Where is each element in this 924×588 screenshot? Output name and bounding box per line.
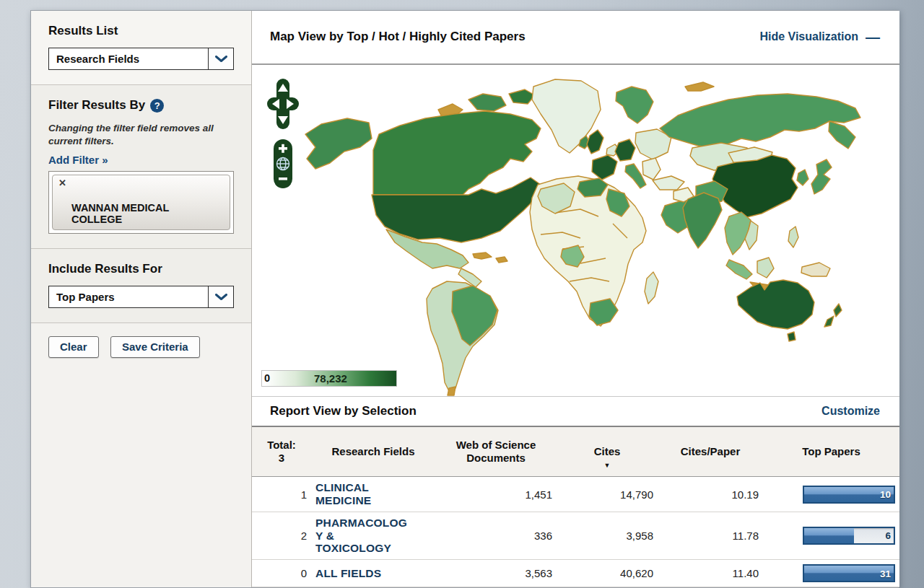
top-papers-bar: 6: [803, 527, 895, 545]
map-country[interactable]: [587, 130, 603, 154]
report-table: Total: 3 Research Fields Web of Science …: [252, 427, 899, 587]
row-cites: 40,620: [557, 560, 658, 587]
map-country[interactable]: [373, 111, 541, 195]
row-docs: 3,563: [435, 560, 557, 587]
map-country[interactable]: [592, 155, 617, 180]
row-rank: 1: [252, 477, 311, 512]
top-papers-value: 31: [880, 568, 891, 579]
map-zoom-control[interactable]: [273, 139, 293, 189]
map-country[interactable]: [824, 316, 834, 327]
filter-section: Filter Results By ? Changing the filter …: [31, 85, 251, 249]
row-cites-per-paper: 11.40: [658, 560, 763, 587]
row-cites: 3,958: [557, 512, 658, 559]
filter-title-text: Filter Results By: [48, 98, 145, 113]
row-cites-per-paper: 11.78: [658, 512, 763, 559]
help-icon[interactable]: ?: [150, 99, 164, 113]
row-rank: 0: [252, 560, 311, 587]
map-country[interactable]: [801, 263, 830, 276]
map-country[interactable]: [829, 121, 855, 149]
sidebar: Results List Research Fields Filter Resu…: [31, 11, 252, 587]
customize-link[interactable]: Customize: [821, 405, 880, 418]
row-docs: 1,451: [435, 477, 557, 512]
research-field-link[interactable]: PHARMACOLOG Y & TOXICOLOGY: [315, 517, 407, 554]
col-header-cites-sort[interactable]: Cites ▼: [557, 427, 658, 477]
results-list-dropdown[interactable]: Research Fields: [48, 48, 234, 70]
top-papers-bar: 31: [803, 564, 895, 582]
map-country[interactable]: [448, 387, 456, 395]
clear-button[interactable]: Clear: [48, 336, 99, 358]
map-country[interactable]: [797, 170, 808, 185]
row-cites: 14,790: [557, 477, 658, 512]
col-header-research-fields: Research Fields: [311, 427, 435, 477]
map-country[interactable]: [737, 280, 814, 329]
chevron-down-icon: [208, 48, 233, 69]
row-cites-per-paper: 10.19: [658, 477, 763, 512]
map-country[interactable]: [712, 155, 798, 217]
research-field-link[interactable]: ALL FIELDS: [315, 567, 381, 579]
main-panel: Map View by Top / Hot / Highly Cited Pap…: [252, 11, 899, 587]
col-header-total: Total: 3: [252, 427, 311, 477]
filter-tag-wannan-medical-college[interactable]: ✕ WANNAN MEDICAL COLLEGE: [52, 175, 230, 230]
map-country[interactable]: [683, 193, 722, 248]
map-country[interactable]: [305, 118, 372, 169]
map-country[interactable]: [788, 332, 796, 341]
filter-note: Changing the filter field removes all cu…: [48, 122, 234, 148]
map-color-legend: 0 78,232: [261, 370, 397, 387]
research-field-link[interactable]: CLINICAL MEDICINE: [315, 481, 371, 506]
results-list-section: Results List Research Fields: [31, 11, 251, 85]
map-country[interactable]: [834, 304, 842, 317]
col-header-cites-per-paper: Cites/Paper: [658, 427, 763, 477]
include-results-dropdown[interactable]: Top Papers: [48, 286, 234, 308]
map-country[interactable]: [726, 260, 752, 279]
zoom-out-icon: [279, 177, 287, 180]
map-country[interactable]: [811, 159, 832, 194]
results-list-title: Results List: [48, 24, 234, 38]
world-map[interactable]: [252, 65, 899, 396]
map-country[interactable]: [509, 89, 535, 104]
include-results-section: Include Results For Top Papers: [31, 249, 251, 323]
table-row: 1 CLINICAL MEDICINE 1,451 14,790 10.19 1…: [252, 477, 899, 512]
map-view-title: Map View by Top / Hot / Highly Cited Pap…: [270, 30, 526, 44]
add-filter-link[interactable]: Add Filter »: [48, 154, 108, 166]
map-country[interactable]: [496, 257, 507, 263]
map-country[interactable]: [468, 94, 506, 111]
row-rank: 2: [252, 512, 311, 559]
report-view-title: Report View by Selection: [270, 404, 417, 418]
sort-desc-icon: ▼: [604, 462, 611, 469]
filter-title: Filter Results By ?: [48, 98, 234, 113]
map-country[interactable]: [645, 272, 658, 304]
map-country[interactable]: [757, 258, 774, 278]
map-country[interactable]: [473, 253, 492, 259]
cites-label: Cites: [594, 445, 621, 457]
col-header-top-papers: Top Papers: [763, 427, 899, 477]
collapse-minus-icon: —: [866, 30, 880, 44]
table-row: 2 PHARMACOLOG Y & TOXICOLOGY 336 3,958 1…: [252, 512, 899, 559]
map-country[interactable]: [642, 158, 661, 180]
results-list-dropdown-value: Research Fields: [49, 53, 139, 65]
remove-filter-icon[interactable]: ✕: [58, 178, 66, 189]
map-country[interactable]: [615, 139, 635, 161]
active-filters-box: ✕ WANNAN MEDICAL COLLEGE: [48, 171, 234, 234]
map-pan-control[interactable]: [266, 78, 300, 130]
table-row: 0 ALL FIELDS 3,563 40,620 11.40 31: [252, 560, 899, 587]
map-country[interactable]: [616, 87, 653, 123]
map-country[interactable]: [685, 82, 714, 91]
top-papers-value: 10: [880, 489, 891, 500]
map-country[interactable]: [653, 176, 684, 190]
app-window: Results List Research Fields Filter Resu…: [30, 10, 899, 588]
chevron-down-icon: [208, 286, 233, 307]
hide-visualization-label: Hide Visualization: [759, 30, 858, 43]
row-docs: 336: [435, 512, 557, 559]
hide-visualization-link[interactable]: Hide Visualization —: [759, 30, 880, 44]
map-country[interactable]: [660, 94, 860, 148]
actions-section: Clear Save Criteria: [31, 323, 251, 587]
world-map-area: 0 78,232: [252, 65, 899, 396]
map-view-header: Map View by Top / Hot / Highly Cited Pap…: [252, 11, 899, 65]
table-header-row: Total: 3 Research Fields Web of Science …: [252, 427, 899, 477]
map-country[interactable]: [788, 227, 798, 247]
save-criteria-button[interactable]: Save Criteria: [110, 336, 200, 358]
include-results-title: Include Results For: [48, 262, 234, 276]
legend-max-value: 78,232: [314, 372, 347, 385]
top-papers-value: 6: [885, 530, 891, 541]
report-view-header: Report View by Selection Customize: [252, 396, 899, 427]
